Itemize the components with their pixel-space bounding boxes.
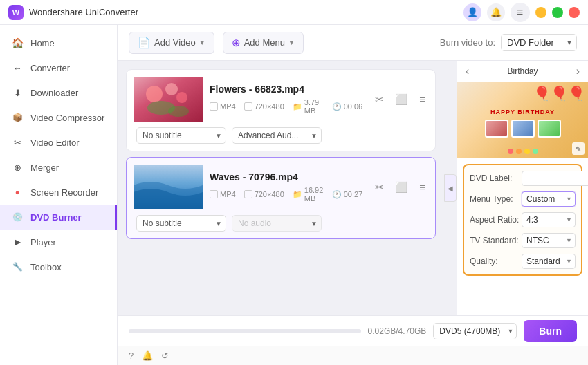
minimize-button[interactable]: [535, 7, 546, 18]
sidebar-item-converter[interactable]: ↔ Converter: [0, 55, 117, 80]
help-icon[interactable]: ?: [129, 350, 134, 361]
burn-button[interactable]: Burn: [524, 320, 577, 342]
subtitle-select-2[interactable]: No subtitle Add subtitle: [136, 215, 226, 232]
menu-button-2[interactable]: ≡: [416, 180, 428, 195]
photo-frames: [485, 120, 561, 138]
quality-select[interactable]: Standard High Low: [522, 254, 576, 269]
feedback-icon[interactable]: ↺: [161, 350, 169, 361]
disc-select-wrapper: DVD5 (4700MB) DVD9 (8500MB) ▼: [433, 323, 517, 339]
birthday-text: HAPPY BIRTHDAY: [490, 109, 555, 115]
tv-standard-select-wrapper: NTSC PAL ▼: [522, 233, 576, 248]
disc-type-select[interactable]: DVD5 (4700MB) DVD9 (8500MB): [433, 323, 517, 339]
video-title-2: Waves - 70796.mp4: [210, 171, 362, 182]
sidebar-item-merger[interactable]: ⊕ Merger: [0, 155, 117, 180]
converter-icon: ↔: [11, 62, 24, 74]
collapse-panel-button[interactable]: ◀: [444, 174, 457, 202]
dot-4: [533, 149, 538, 154]
sidebar-item-video-editor[interactable]: ✂ Video Editor: [0, 130, 117, 155]
sidebar-item-video-compressor[interactable]: 📦 Video Compressor: [0, 105, 117, 130]
svg-rect-0: [134, 77, 203, 122]
sidebar-item-label: DVD Burner: [30, 212, 82, 223]
svg-point-5: [168, 106, 189, 117]
folder-icon-1: 📁: [293, 102, 302, 111]
menu-button-1[interactable]: ≡: [416, 92, 428, 107]
menu-type-field: Menu Type: Custom Standard None ▼: [470, 191, 576, 207]
maximize-button[interactable]: [552, 7, 563, 18]
video-controls-1: No subtitle Add subtitle ▼ Advanced Aud.…: [134, 127, 428, 144]
sidebar-item-toolbox[interactable]: 🔧 Toolbox: [0, 254, 117, 279]
status-bar: ? 🔔 ↺: [118, 346, 588, 365]
cut-button-1[interactable]: ✂: [372, 92, 387, 107]
video-thumbnail-2: [134, 165, 203, 209]
clock-icon-1: 🕐: [332, 102, 342, 111]
video-format-1: MP4: [210, 102, 236, 111]
menu-type-label: Menu Type:: [470, 194, 522, 204]
home-icon: 🏠: [11, 37, 24, 49]
audio-select-2[interactable]: No audio: [232, 215, 322, 232]
add-menu-button[interactable]: ⊕ Add Menu ▼: [223, 32, 304, 54]
window-controls: 👤 🔔 ≡: [463, 3, 580, 22]
menu-button[interactable]: ≡: [511, 3, 530, 22]
preview-prev-button[interactable]: ‹: [464, 65, 470, 77]
sidebar-item-screen-recorder[interactable]: ● Screen Recorder: [0, 180, 117, 205]
sidebar-item-downloader[interactable]: ⬇ Downloader: [0, 80, 117, 105]
progress-bar-container: [129, 329, 361, 333]
add-video-button[interactable]: 📄 Add Video ▼: [129, 32, 214, 54]
sidebar-item-player[interactable]: ▶ Player: [0, 230, 117, 254]
sidebar-item-label: Screen Recorder: [30, 187, 98, 198]
dot-2: [516, 149, 522, 154]
dot-1: [508, 149, 513, 154]
bottom-bar: 0.02GB/4.70GB DVD5 (4700MB) DVD9 (8500MB…: [118, 315, 588, 346]
dot-3: [524, 149, 530, 154]
aspect-ratio-select[interactable]: 4:3 16:9: [522, 212, 576, 227]
close-button[interactable]: [569, 7, 580, 18]
video-actions-1: ✂ ⬜ ≡: [369, 92, 428, 107]
preview-next-button[interactable]: ›: [575, 65, 581, 77]
sidebar-item-home[interactable]: 🏠 Home: [0, 30, 117, 55]
sidebar-item-label: Converter: [30, 63, 70, 73]
video-actions-2: ✂ ⬜ ≡: [369, 180, 428, 195]
bell-button[interactable]: 🔔: [487, 3, 505, 21]
dvd-label-text: DVD Label:: [470, 174, 522, 183]
dvd-preview-image: 🎈🎈🎈 HAPPY BIRTHDAY: [457, 82, 588, 158]
preview-title: Birthday: [507, 66, 538, 76]
burn-to-label: Burn video to:: [440, 37, 495, 48]
notification-icon[interactable]: 🔔: [142, 350, 153, 361]
preview-edit-button[interactable]: ✎: [572, 142, 585, 155]
menu-type-select[interactable]: Custom Standard None: [522, 191, 576, 207]
sidebar-item-label: Video Compressor: [30, 113, 104, 123]
menu-type-select-wrapper: Custom Standard None ▼: [522, 191, 576, 207]
tv-standard-select[interactable]: NTSC PAL: [522, 233, 576, 248]
aspect-ratio-label: Aspect Ratio:: [470, 215, 522, 225]
photo-frame-2: [511, 120, 535, 138]
clock-icon-2: 🕐: [332, 190, 342, 199]
video-meta-2: MP4 720×480 📁 16.92 MB: [210, 186, 362, 203]
add-menu-dropdown-icon: ▼: [288, 39, 295, 46]
cut-button-2[interactable]: ✂: [372, 180, 387, 195]
add-video-dropdown-icon: ▼: [199, 39, 205, 46]
video-duration-1: 🕐 00:06: [332, 102, 363, 111]
profile-button[interactable]: 👤: [463, 3, 481, 21]
editor-icon: ✂: [11, 136, 24, 149]
sidebar-item-label: Merger: [30, 162, 59, 173]
video-list-panel: Flowers - 66823.mp4 MP4 720×480: [118, 61, 444, 315]
video-controls-2: No subtitle Add subtitle ▼ No audio ▼: [134, 215, 428, 232]
format-checkbox-2: [210, 190, 218, 198]
right-panel: ‹ Birthday › 🎈🎈🎈 HAPPY BIRTHDAY: [457, 61, 588, 315]
copy-button-2[interactable]: ⬜: [392, 180, 411, 195]
subtitle-select-1[interactable]: No subtitle Add subtitle: [136, 127, 226, 144]
add-video-label: Add Video: [154, 37, 196, 48]
quality-label: Quality:: [470, 256, 522, 266]
burn-to-select[interactable]: DVD Folder DVD Disc ISO File: [501, 34, 577, 51]
dvd-label-input[interactable]: [522, 171, 588, 186]
audio-select-1[interactable]: Advanced Aud... No audio: [232, 127, 322, 144]
dvd-icon: 💿: [11, 211, 24, 223]
sidebar-item-dvd-burner[interactable]: 💿 DVD Burner: [0, 205, 117, 230]
video-item-top-2: Waves - 70796.mp4 MP4 720×480: [134, 165, 428, 209]
main-split: Flowers - 66823.mp4 MP4 720×480: [118, 61, 588, 315]
sidebar-item-label: Video Editor: [30, 138, 80, 148]
add-menu-label: Add Menu: [244, 37, 285, 48]
video-duration-2: 🕐 00:27: [332, 190, 363, 199]
sidebar-item-label: Player: [30, 237, 56, 247]
copy-button-1[interactable]: ⬜: [392, 92, 411, 107]
